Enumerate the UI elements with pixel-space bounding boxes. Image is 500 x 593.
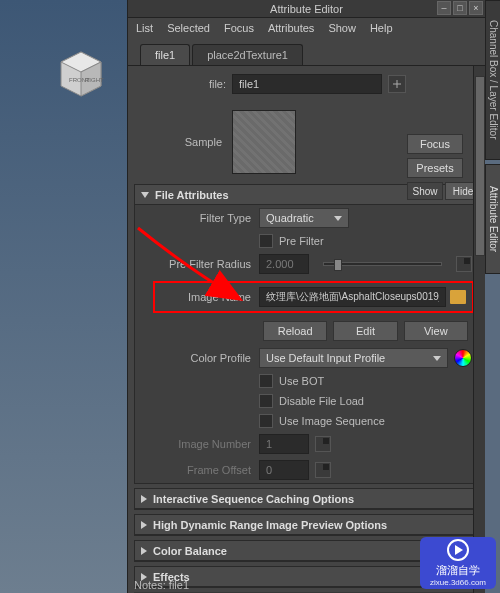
pre-filter-label: Pre Filter (279, 235, 324, 247)
io-icon[interactable] (388, 75, 406, 93)
section-hdr-preview: High Dynamic Range Image Preview Options (134, 514, 479, 536)
frame-offset-label: Frame Offset (141, 464, 259, 476)
scrollbar[interactable] (473, 66, 485, 593)
dock-tab-channel-box[interactable]: Channel Box / Layer Editor (485, 0, 500, 160)
use-bot-label: Use BOT (279, 375, 324, 387)
section-interactive-sequence-caching: Interactive Sequence Caching Options (134, 488, 479, 510)
node-name-row: file: (128, 66, 485, 98)
use-image-sequence-checkbox[interactable] (259, 414, 273, 428)
show-button[interactable]: Show (407, 182, 443, 200)
sample-swatch[interactable] (232, 110, 296, 174)
annotation-highlight: Image Name (153, 281, 474, 313)
close-button[interactable]: × (469, 1, 483, 15)
color-wheel-icon[interactable] (454, 349, 472, 367)
sample-label: Sample (134, 136, 232, 148)
disclosure-right-icon (141, 547, 147, 555)
menu-attributes[interactable]: Attributes (268, 22, 314, 34)
pre-filter-radius-label: Pre Filter Radius (141, 258, 259, 270)
notes-row: Notes: file1 (134, 579, 189, 591)
map-button-icon[interactable] (315, 436, 331, 452)
use-bot-checkbox[interactable] (259, 374, 273, 388)
section-file-attributes: File Attributes Filter Type Quadratic Pr… (134, 184, 479, 484)
titlebar: Attribute Editor – □ × (128, 0, 485, 18)
filter-type-label: Filter Type (141, 212, 259, 224)
viewport-3d: FRONT RIGHT (0, 0, 127, 593)
edit-button[interactable]: Edit (333, 321, 397, 341)
browse-folder-icon[interactable] (450, 290, 466, 304)
play-icon (447, 539, 469, 561)
scrollbar-thumb[interactable] (475, 76, 485, 256)
maximize-button[interactable]: □ (453, 1, 467, 15)
content-area: file: Focus Presets Show Hide Sample Fil… (128, 66, 485, 593)
menubar: List Selected Focus Attributes Show Help (128, 18, 485, 38)
image-name-input[interactable] (259, 287, 446, 307)
disclosure-right-icon (141, 495, 147, 503)
section-header[interactable]: High Dynamic Range Image Preview Options (135, 515, 478, 535)
color-profile-label: Color Profile (141, 352, 259, 364)
pre-filter-radius-input[interactable] (259, 254, 309, 274)
menu-list[interactable]: List (136, 22, 153, 34)
presets-button[interactable]: Presets (407, 158, 463, 178)
minimize-button[interactable]: – (437, 1, 451, 15)
filter-type-dropdown[interactable]: Quadratic (259, 208, 349, 228)
map-button-icon[interactable] (456, 256, 472, 272)
disable-file-load-checkbox[interactable] (259, 394, 273, 408)
svg-text:RIGHT: RIGHT (85, 77, 104, 83)
file-label: file: (134, 78, 232, 90)
right-dock-tabs: Channel Box / Layer Editor Attribute Edi… (485, 0, 500, 593)
menu-help[interactable]: Help (370, 22, 393, 34)
disclosure-down-icon (141, 192, 149, 198)
window-title: Attribute Editor (270, 3, 343, 15)
menu-focus[interactable]: Focus (224, 22, 254, 34)
watermark-badge: 溜溜自学 zixue.3d66.com (420, 537, 496, 589)
attribute-editor-panel: Attribute Editor – □ × List Selected Foc… (127, 0, 485, 593)
view-button[interactable]: View (404, 321, 468, 341)
section-header[interactable]: Interactive Sequence Caching Options (135, 489, 478, 509)
dock-tab-attribute-editor[interactable]: Attribute Editor (485, 164, 500, 274)
menu-selected[interactable]: Selected (167, 22, 210, 34)
map-button-icon[interactable] (315, 462, 331, 478)
tab-place2dtexture1[interactable]: place2dTexture1 (192, 44, 303, 65)
image-number-label: Image Number (141, 438, 259, 450)
viewcube[interactable]: FRONT RIGHT (55, 48, 107, 100)
tab-file1[interactable]: file1 (140, 44, 190, 65)
tabbar: file1 place2dTexture1 (128, 38, 485, 66)
image-number-input[interactable] (259, 434, 309, 454)
menu-show[interactable]: Show (328, 22, 356, 34)
focus-button[interactable]: Focus (407, 134, 463, 154)
pre-filter-checkbox[interactable] (259, 234, 273, 248)
pre-filter-radius-slider[interactable] (315, 262, 450, 266)
disable-file-load-label: Disable File Load (279, 395, 364, 407)
node-name-input[interactable] (232, 74, 382, 94)
disclosure-right-icon (141, 521, 147, 529)
frame-offset-input[interactable] (259, 460, 309, 480)
image-name-label: Image Name (161, 291, 259, 303)
use-image-sequence-label: Use Image Sequence (279, 415, 385, 427)
color-profile-dropdown[interactable]: Use Default Input Profile (259, 348, 448, 368)
reload-button[interactable]: Reload (263, 321, 327, 341)
